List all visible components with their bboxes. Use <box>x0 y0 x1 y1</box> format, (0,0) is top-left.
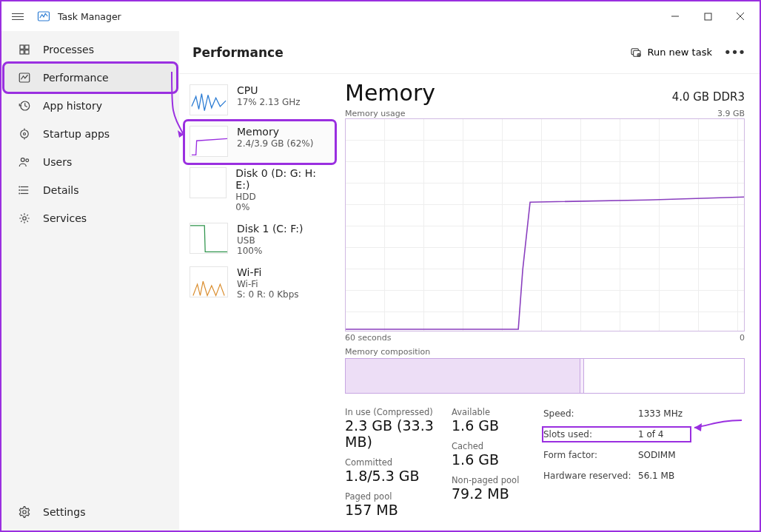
performance-icon <box>18 71 31 84</box>
svg-point-22 <box>19 193 20 194</box>
services-icon <box>18 212 31 225</box>
maximize-button[interactable] <box>691 5 724 27</box>
metric-value: 79.2 MB <box>452 485 526 502</box>
metric-label: Non-paged pool <box>452 475 526 485</box>
sidebar-item-settings[interactable]: Settings <box>4 498 176 526</box>
details-icon <box>18 183 31 197</box>
kv-label: Hardware reserved: <box>543 469 638 482</box>
metric-label: Committed <box>345 457 434 468</box>
metric-label: Available <box>452 407 526 417</box>
perf-item-title: Wi-Fi <box>237 266 299 278</box>
metric-label: Paged pool <box>345 491 434 502</box>
svg-point-11 <box>21 130 29 138</box>
svg-rect-2 <box>705 13 711 20</box>
more-options-button[interactable]: ••• <box>723 41 746 64</box>
svg-point-15 <box>21 158 24 162</box>
run-task-label: Run new task <box>648 47 712 58</box>
perf-item-sub2: 0% <box>235 202 330 212</box>
minimize-button[interactable] <box>659 5 691 27</box>
svg-marker-30 <box>178 130 184 138</box>
run-new-task-button[interactable]: Run new task <box>624 42 718 63</box>
sidebar-item-performance[interactable]: Performance <box>4 64 176 92</box>
kv-label: Form factor: <box>543 448 638 462</box>
sidebar-item-label: Services <box>43 212 87 224</box>
history-icon <box>18 99 31 112</box>
perf-item-title: CPU <box>237 84 301 96</box>
perf-item-title: Disk 1 (C: F:) <box>237 223 303 235</box>
startup-apps-icon <box>18 127 31 141</box>
sidebar-item-users[interactable]: Users <box>4 148 176 176</box>
perf-item-title: Disk 0 (D: G: H: E:) <box>235 167 330 191</box>
memory-thumb <box>190 126 228 157</box>
perf-item-sub: HDD <box>235 192 330 202</box>
wifi-thumb <box>190 266 228 297</box>
perf-item-disk0[interactable]: Disk 0 (D: G: H: E:) HDD 0% <box>185 163 335 218</box>
sidebar-item-label: Details <box>43 184 79 196</box>
users-icon <box>18 155 31 169</box>
perf-item-cpu[interactable]: CPU 17% 2.13 GHz <box>185 80 335 121</box>
perf-item-disk1[interactable]: Disk 1 (C: F:) USB 100% <box>185 218 335 262</box>
composition-free <box>584 359 744 393</box>
perf-item-title: Memory <box>237 126 313 138</box>
metric-value: 1.8/5.3 GB <box>345 468 434 484</box>
sidebar-item-startup-apps[interactable]: Startup apps <box>4 120 176 148</box>
kv-value: SODIMM <box>638 448 690 462</box>
app-title: Task Manager <box>58 11 121 22</box>
sidebar: Processes Performance App history Startu… <box>1 31 179 531</box>
close-button[interactable] <box>724 5 757 27</box>
svg-rect-6 <box>25 45 29 49</box>
perf-item-sub: 2.4/3.9 GB (62%) <box>237 138 313 149</box>
memory-usage-chart <box>345 118 745 331</box>
sidebar-item-services[interactable]: Services <box>4 204 176 232</box>
sidebar-item-details[interactable]: Details <box>4 176 176 204</box>
composition-in-use <box>346 359 580 393</box>
svg-rect-5 <box>20 45 24 49</box>
metric-label: Cached <box>452 441 526 451</box>
run-task-icon <box>630 47 642 58</box>
memory-detail: Memory 4.0 GB DDR3 Memory usage 3.9 GB 6… <box>335 74 760 531</box>
perf-item-sub: 17% 2.13 GHz <box>237 97 301 107</box>
page-header: Performance Run new task ••• <box>179 31 760 74</box>
sidebar-item-app-history[interactable]: App history <box>4 92 176 120</box>
disk0-thumb <box>190 167 227 198</box>
kv-value: 56.1 MB <box>638 469 690 482</box>
disk1-thumb <box>190 223 228 254</box>
perf-item-memory[interactable]: Memory 2.4/3.9 GB (62%) <box>185 121 335 163</box>
chart-top-right-label: 3.9 GB <box>717 109 745 118</box>
chart-bottom-right-label: 0 <box>740 333 745 343</box>
gear-icon <box>18 505 31 519</box>
kv-label: Speed: <box>543 407 638 420</box>
annotation-arrow-right <box>690 414 749 437</box>
slots-used-row: Slots used:1 of 4 <box>543 428 690 441</box>
titlebar: Task Manager <box>1 1 760 31</box>
sidebar-item-label: Processes <box>43 44 94 55</box>
svg-rect-8 <box>25 50 29 54</box>
metric-value: 2.3 GB (33.3 MB) <box>345 417 434 450</box>
perf-item-sub2: 100% <box>237 246 303 256</box>
perf-item-sub: USB <box>237 235 303 246</box>
svg-rect-7 <box>20 50 24 54</box>
processes-icon <box>18 43 31 56</box>
hamburger-menu-button[interactable] <box>9 7 27 25</box>
detail-title: Memory <box>345 80 435 106</box>
sidebar-item-label: Users <box>43 156 72 168</box>
kv-value: 1 of 4 <box>638 428 690 441</box>
svg-point-23 <box>23 217 27 220</box>
svg-point-24 <box>23 511 27 514</box>
perf-item-wifi[interactable]: Wi-Fi Wi-Fi S: 0 R: 0 Kbps <box>185 262 335 306</box>
svg-point-20 <box>19 186 20 187</box>
metric-value: 1.6 GB <box>452 417 526 434</box>
kv-value: 1333 MHz <box>638 407 690 420</box>
main: Performance Run new task ••• CPU 17% 2.1… <box>179 31 760 531</box>
memory-capacity: 4.0 GB DDR3 <box>672 90 745 104</box>
sidebar-item-label: Performance <box>43 72 109 84</box>
performance-list: CPU 17% 2.13 GHz Memory 2.4/3.9 GB (62%) <box>179 74 335 531</box>
sidebar-item-processes[interactable]: Processes <box>4 36 176 64</box>
perf-item-sub: Wi-Fi <box>237 279 299 289</box>
page-title: Performance <box>192 45 284 60</box>
memory-composition-bar <box>345 358 745 394</box>
sidebar-item-label: Startup apps <box>43 128 110 140</box>
svg-point-12 <box>24 133 26 135</box>
svg-marker-31 <box>694 423 702 431</box>
chart-top-left-label: Memory usage <box>345 109 405 118</box>
